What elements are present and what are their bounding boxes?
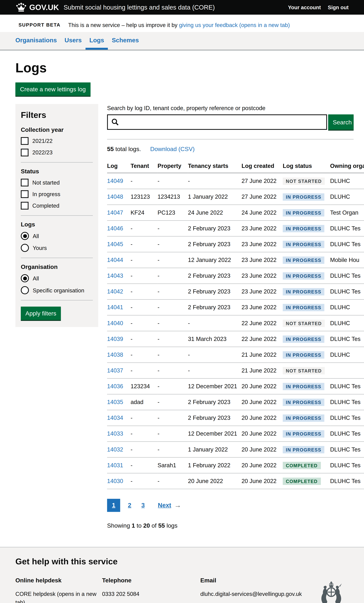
checkbox-completed[interactable] <box>21 202 28 209</box>
search-input-wrap <box>107 114 327 130</box>
log-link-14031[interactable]: 14031 <box>107 462 123 468</box>
log-link-14045[interactable]: 14045 <box>107 241 123 247</box>
log-link-14042[interactable]: 14042 <box>107 288 123 295</box>
create-lettings-log-button[interactable]: Create a new lettings log <box>15 82 90 96</box>
phase-message: This is a new service – help us improve … <box>68 22 290 28</box>
your-account-link[interactable]: Your account <box>288 4 321 10</box>
log-created-cell: 21 June 2022 <box>241 363 283 378</box>
govuk-logo[interactable]: GOV.UK <box>15 3 59 12</box>
pagination-page-3[interactable]: 3 <box>139 502 147 509</box>
tab-organisations[interactable]: Organisations <box>12 32 61 50</box>
radio-specific-organisation[interactable] <box>21 286 29 294</box>
owning-organisation-cell: DLUHC Tes <box>330 268 364 284</box>
tenant-cell: - <box>130 300 158 315</box>
tenant-cell: - <box>130 331 158 347</box>
log-link-14034[interactable]: 14034 <box>107 415 123 421</box>
status-badge: IN PROGRESS <box>283 225 324 232</box>
log-link-14048[interactable]: 14048 <box>107 193 123 200</box>
owning-organisation-cell: DLUHC <box>330 189 364 205</box>
owning-organisation-cell: DLUHC Tes <box>330 473 364 489</box>
total-count: 55 <box>107 146 114 152</box>
logs-table-wrap: LogTenantPropertyTenancy startsLog creat… <box>107 159 364 489</box>
log-link-14039[interactable]: 14039 <box>107 336 123 342</box>
log-link-14030[interactable]: 14030 <box>107 477 123 484</box>
sign-out-link[interactable]: Sign out <box>328 4 349 10</box>
download-csv-link[interactable]: Download (CSV) <box>150 146 195 152</box>
log-link-14043[interactable]: 14043 <box>107 272 123 279</box>
feedback-link[interactable]: giving us your feedback (opens in a new … <box>179 22 290 28</box>
tenant-cell: - <box>130 268 158 284</box>
status-badge: IN PROGRESS <box>283 209 324 216</box>
checkbox-not-started[interactable] <box>21 179 28 186</box>
tenant-cell: 123234 <box>130 378 158 394</box>
tab-logs[interactable]: Logs <box>85 32 108 50</box>
log-link-14047[interactable]: 14047 <box>107 209 123 216</box>
log-link-14035[interactable]: 14035 <box>107 399 123 405</box>
tab-users[interactable]: Users <box>61 32 85 50</box>
property-cell: - <box>158 173 188 189</box>
filter-option-label: Not started <box>32 180 59 186</box>
service-name-link[interactable]: Submit social housing lettings and sales… <box>64 4 288 11</box>
tenancy-starts-cell: 1 January 2022 <box>188 442 241 457</box>
core-helpdesk-link[interactable]: CORE helpdesk (opens in a new tab) <box>15 591 96 603</box>
table-row: 14032--1 January 202220 June 2022IN PROG… <box>107 442 364 457</box>
filter-divider <box>21 162 93 162</box>
showing-text: logs <box>165 522 177 529</box>
showing-text: of <box>150 522 158 529</box>
status-badge: IN PROGRESS <box>283 288 324 295</box>
tenant-cell: - <box>130 363 158 378</box>
showing-text: Showing <box>107 522 132 529</box>
log-link-14037[interactable]: 14037 <box>107 367 123 373</box>
log-link-14040[interactable]: 14040 <box>107 320 123 326</box>
log-link-14038[interactable]: 14038 <box>107 351 123 358</box>
log-status-cell: IN PROGRESS <box>283 220 330 236</box>
radio-yours[interactable] <box>21 244 29 252</box>
tenant-cell: - <box>130 457 158 473</box>
log-link-14041[interactable]: 14041 <box>107 304 123 311</box>
apply-filters-button[interactable]: Apply filters <box>21 307 61 320</box>
log-status-cell: IN PROGRESS <box>283 378 330 394</box>
log-created-cell: 24 June 2022 <box>241 205 283 220</box>
table-row: 14040---22 June 2022NOT STARTEDDLUHC <box>107 315 364 331</box>
table-row: 14044--12 January 202223 June 2022IN PRO… <box>107 252 364 268</box>
pagination-page-current[interactable]: 1 <box>107 499 120 512</box>
tab-schemes[interactable]: Schemes <box>108 32 143 50</box>
status-badge: IN PROGRESS <box>283 446 324 453</box>
search-input[interactable] <box>108 115 326 129</box>
section-divider <box>107 139 353 139</box>
property-cell: - <box>158 347 188 363</box>
log-link-14046[interactable]: 14046 <box>107 225 123 232</box>
log-created-cell: 27 June 2022 <box>241 173 283 189</box>
log-link-14049[interactable]: 14049 <box>107 178 123 184</box>
email-link[interactable]: dluhc.digital-services@levellingup.gov.u… <box>200 590 302 598</box>
search-button[interactable]: Search <box>328 114 354 130</box>
tenant-cell: 123123 <box>130 189 158 205</box>
radio-all[interactable] <box>21 232 29 240</box>
log-status-cell: IN PROGRESS <box>283 236 330 252</box>
owning-organisation-cell: DLUHC Tes <box>330 378 364 394</box>
log-created-cell: 20 June 2022 <box>241 426 283 442</box>
pagination-next-link[interactable]: Next <box>158 502 171 509</box>
checkbox-in-progress[interactable] <box>21 190 28 198</box>
property-cell: - <box>158 473 188 489</box>
log-link-14032[interactable]: 14032 <box>107 446 123 452</box>
table-row: 14030--20 June 202220 June 2022COMPLETED… <box>107 473 364 489</box>
checkbox-2021-22[interactable] <box>21 137 28 145</box>
table-row: 14047KF24PC12324 June 202224 June 2022IN… <box>107 205 364 220</box>
checkbox-2022-23[interactable] <box>21 149 28 156</box>
log-link-14033[interactable]: 14033 <box>107 430 123 437</box>
owning-organisation-cell <box>330 363 364 378</box>
property-cell: - <box>158 236 188 252</box>
filters-heading: Filters <box>21 110 93 120</box>
log-link-14044[interactable]: 14044 <box>107 256 123 263</box>
log-link-14036[interactable]: 14036 <box>107 383 123 389</box>
radio-all[interactable] <box>21 274 29 282</box>
tenancy-starts-cell: - <box>188 173 241 189</box>
status-badge: IN PROGRESS <box>283 415 324 422</box>
table-row: 1404812312312342131 January 202227 June … <box>107 189 364 205</box>
page-title: Logs <box>15 60 364 76</box>
phase-tag: SUPPORT BETA <box>15 21 64 29</box>
log-created-cell: 22 June 2022 <box>241 315 283 331</box>
filter-option-label: 2021/22 <box>32 138 52 144</box>
pagination-page-2[interactable]: 2 <box>126 502 134 509</box>
